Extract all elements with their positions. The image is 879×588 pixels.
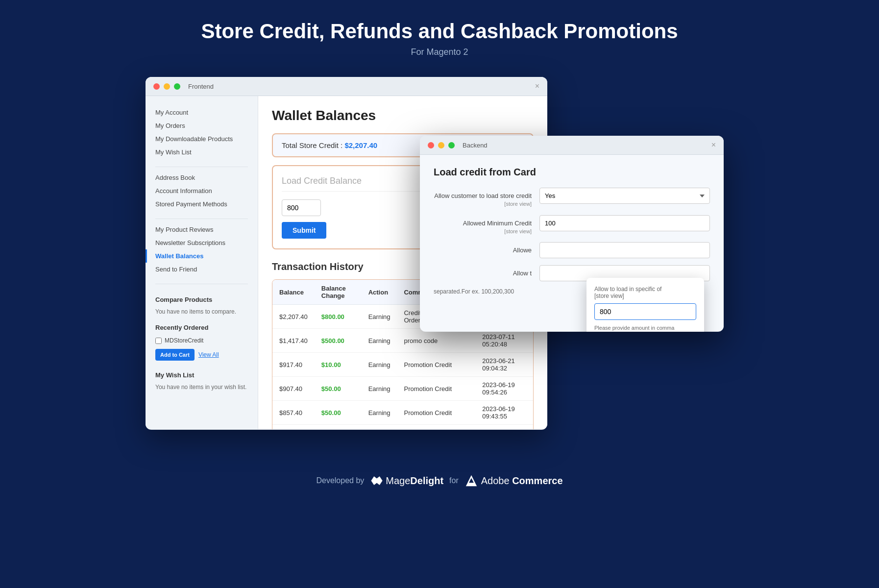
min-credit-input[interactable] (539, 215, 710, 231)
backend-tl-red[interactable] (428, 142, 434, 148)
frontend-titlebar: Frontend × (146, 77, 547, 96)
sidebar-group-2: Address Book Account Information Stored … (146, 171, 258, 211)
cell-date: 2023-06-21 09:04:32 (475, 353, 533, 377)
form-control-allow-load: Yes No (539, 188, 710, 204)
sidebar-item-my-downloadable[interactable]: My Downloadable Products (146, 132, 258, 146)
compare-products-text: You have no items to compare. (146, 307, 258, 316)
wishlist-label: My Wish List (146, 364, 258, 383)
tl-red[interactable] (153, 83, 160, 90)
cell-action: Used (362, 425, 397, 430)
sidebar-item-wallet-balances[interactable]: Wallet Balances (146, 249, 258, 263)
sidebar-item-my-wish-list[interactable]: My Wish List (146, 146, 258, 159)
table-row: $1,417.40 $500.00 Earning promo code 202… (272, 329, 533, 353)
sidebar-item-product-reviews[interactable]: My Product Reviews (146, 223, 258, 236)
cell-comment: promo code (397, 329, 475, 353)
cell-balance: $807.40 (272, 425, 315, 430)
tl-yellow[interactable] (164, 83, 170, 90)
tooltip-hint: Please provide amount in comma separated… (594, 324, 696, 332)
sidebar-item-stored-payment[interactable]: Stored Payment Methods (146, 197, 258, 211)
cell-balance: $907.40 (272, 377, 315, 401)
wallet-title: Wallet Balances (272, 108, 534, 123)
allow-load-select[interactable]: Yes No (539, 188, 710, 204)
tooltip-input[interactable] (594, 303, 696, 320)
backend-window-label: Backend (463, 142, 488, 149)
tooltip-label: Allow to load in specific of[store view] (594, 286, 696, 299)
form-control-allowed (539, 242, 710, 258)
page-footer: Developed by MageDelight for Adobe Comme… (316, 474, 562, 488)
backend-tl-yellow[interactable] (438, 142, 444, 148)
cell-date: 2023-07-11 05:20:48 (475, 329, 533, 353)
form-label-allow-load: Allow customer to load store credit [sto… (434, 188, 532, 208)
sidebar-divider-3 (155, 284, 248, 284)
tooltip-popup: Allow to load in specific of[store view]… (586, 278, 704, 332)
table-row: $857.40 $50.00 Earning Promotion Credit … (272, 401, 533, 425)
sidebar-item-my-account[interactable]: My Account (146, 106, 258, 119)
col-balance-change: Balance Change (315, 280, 362, 305)
compare-products-label: Compare Products (146, 288, 258, 307)
load-credit-input[interactable] (282, 199, 321, 216)
recently-ordered-item: MDStoreCredit (146, 335, 258, 346)
mage-delight-icon (370, 474, 384, 488)
page-header: Store Credit, Refunds and Cashback Promo… (201, 20, 678, 57)
cell-change: $100.00 (315, 425, 362, 430)
sidebar-item-account-information[interactable]: Account Information (146, 184, 258, 197)
footer-developed-by: Developed by (316, 476, 364, 485)
form-row-allow-load: Allow customer to load store credit [sto… (434, 188, 710, 208)
col-action: Action (362, 280, 397, 305)
wishlist-text: You have no items in your wish list. (146, 383, 258, 392)
sidebar-item-send-to-friend[interactable]: Send to Friend (146, 263, 258, 276)
backend-title: Load credit from Card (434, 167, 710, 178)
add-to-cart-button[interactable]: Add to Cart (155, 349, 195, 361)
table-row: $807.40 $100.00 Used Sent Gift to Friend… (272, 425, 533, 430)
cell-change: $800.00 (315, 305, 362, 329)
backend-close-icon[interactable]: × (711, 141, 716, 149)
cell-balance: $1,417.40 (272, 329, 315, 353)
cell-action: Earning (362, 329, 397, 353)
mage-delight-text: MageDelight (386, 475, 443, 487)
tl-green[interactable] (174, 83, 180, 90)
recently-ordered-checkbox[interactable] (155, 338, 162, 344)
allowed-input[interactable] (539, 242, 710, 258)
frontend-sidebar: My Account My Orders My Downloadable Pro… (146, 96, 258, 429)
cell-change: $10.00 (315, 353, 362, 377)
form-label-allow-load-sub: [store view] (434, 200, 532, 208)
frontend-close-icon[interactable]: × (535, 82, 539, 91)
frontend-window-label: Frontend (188, 83, 214, 90)
form-label-min-credit-sub: [store view] (434, 228, 532, 235)
sidebar-item-address-book[interactable]: Address Book (146, 171, 258, 184)
cell-change: $50.00 (315, 401, 362, 425)
recently-ordered-label: Recently Ordered (146, 316, 258, 335)
cell-action: Earning (362, 305, 397, 329)
total-credit-amount: $2,207.40 (344, 141, 377, 149)
backend-window: Backend × Load credit from Card Allow cu… (420, 136, 724, 332)
page-title: Store Credit, Refunds and Cashback Promo… (201, 20, 678, 43)
sidebar-group-1: My Account My Orders My Downloadable Pro… (146, 106, 258, 159)
adobe-commerce-text: Adobe Commerce (481, 475, 563, 487)
recently-ordered-buttons: Add to Cart View All (146, 346, 258, 364)
table-row: $917.40 $10.00 Earning Promotion Credit … (272, 353, 533, 377)
cell-balance: $857.40 (272, 401, 315, 425)
cell-balance: $917.40 (272, 353, 315, 377)
form-label-allowed: Allowe (434, 242, 532, 255)
windows-container: Frontend × My Account My Orders My Downl… (146, 77, 733, 444)
sidebar-divider-2 (155, 219, 248, 219)
cell-action: Earning (362, 401, 397, 425)
view-all-button[interactable]: View All (198, 351, 219, 358)
adobe-commerce-icon (464, 474, 478, 488)
submit-button[interactable]: Submit (282, 222, 326, 239)
cell-comment: Promotion Credit (397, 377, 475, 401)
sidebar-item-newsletter[interactable]: Newsletter Subscriptions (146, 236, 258, 249)
adobe-commerce-logo: Adobe Commerce (464, 474, 563, 488)
sidebar-item-my-orders[interactable]: My Orders (146, 119, 258, 132)
cell-comment: Sent Gift to Friend robiRemarks: hello (397, 425, 475, 430)
backend-titlebar: Backend × (420, 136, 724, 155)
table-row: $907.40 $50.00 Earning Promotion Credit … (272, 377, 533, 401)
page-subtitle: For Magento 2 (201, 47, 678, 57)
cell-date: 2023-06-19 09:43:55 (475, 401, 533, 425)
cell-comment: Promotion Credit (397, 401, 475, 425)
form-row-allowed: Allowe (434, 242, 710, 258)
form-control-min-credit (539, 215, 710, 231)
backend-tl-green[interactable] (448, 142, 455, 148)
mage-delight-logo: MageDelight (370, 474, 443, 488)
footer-for-text: for (449, 476, 459, 485)
